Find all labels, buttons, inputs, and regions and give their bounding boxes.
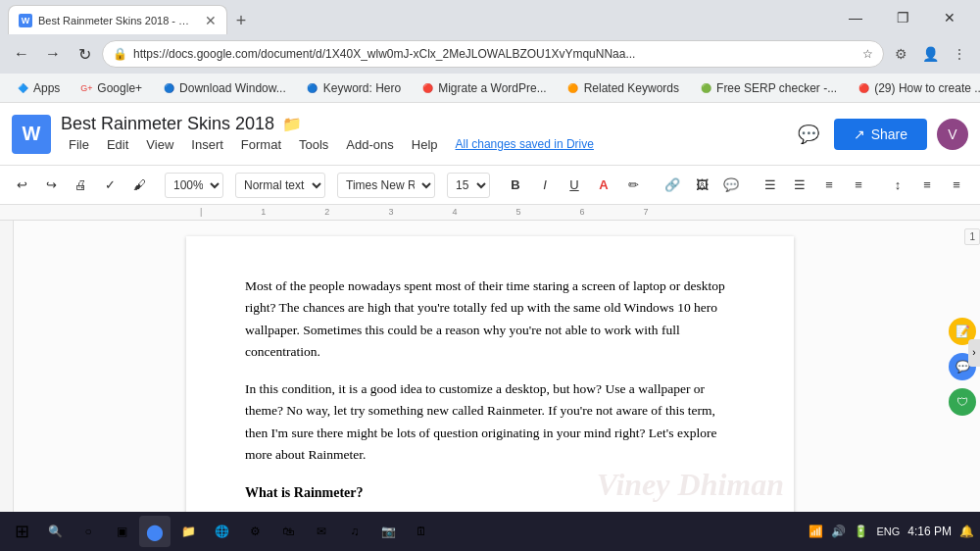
image-button[interactable]: 🖼 [688, 172, 715, 199]
document-title[interactable]: Best Rainmeter Skins 2018 [61, 114, 274, 134]
minimize-button[interactable]: — [833, 0, 878, 34]
unordered-list-button[interactable]: ≡ [913, 172, 941, 199]
taskbar-explorer[interactable]: 📁 [172, 516, 204, 547]
undo-button[interactable]: ↩ [8, 172, 35, 199]
ruler: | 1 2 3 4 5 6 7 [0, 205, 980, 221]
zoom-selector[interactable]: 100% 75% 125% 150% [165, 173, 223, 198]
menu-view[interactable]: View [138, 134, 181, 155]
bookmark-apps-label: Apps [33, 81, 60, 95]
window-controls: — ❐ ✕ [833, 0, 972, 34]
address-bar[interactable]: 🔒 https://docs.google.com/document/d/1X4… [102, 40, 884, 68]
bookmark-keyword[interactable]: 🔵 Keyword: Hero [298, 78, 409, 98]
menu-tools[interactable]: Tools [291, 134, 336, 155]
taskbar-taskview[interactable]: ▣ [106, 516, 137, 547]
spell-check-button[interactable]: ✓ [96, 172, 123, 199]
active-tab[interactable]: W Best Rainmeter Skins 2018 - Goo... ✕ [8, 5, 227, 34]
tab-close-button[interactable]: ✕ [205, 13, 217, 28]
folder-icon[interactable]: 📁 [282, 115, 302, 133]
menu-insert[interactable]: Insert [183, 134, 231, 155]
share-button[interactable]: ↗ Share [834, 119, 927, 150]
tab-favicon: W [19, 14, 32, 27]
bookmark-migrate[interactable]: 🔴 Migrate a WordPre... [413, 78, 554, 98]
address-text: https://docs.google.com/document/d/1X40X… [133, 47, 857, 61]
menu-file[interactable]: File [61, 134, 97, 155]
taskbar-cortana[interactable]: ○ [73, 516, 104, 547]
ordered-list-button[interactable]: ≡ [943, 172, 970, 199]
taskbar-network-icon[interactable]: 📶 [808, 525, 823, 538]
star-icon[interactable]: ☆ [862, 47, 873, 61]
bookmark-related[interactable]: 🟠 Related Keywords [559, 78, 687, 98]
menu-help[interactable]: Help [404, 134, 446, 155]
back-button[interactable]: ← [8, 40, 35, 68]
docs-header: W Best Rainmeter Skins 2018 📁 File Edit … [0, 103, 980, 166]
taskbar-language[interactable]: ENG [876, 526, 900, 537]
align-justify-button[interactable]: ≡ [845, 172, 872, 199]
font-size-selector[interactable]: 15 891011 12141618 2436 [447, 173, 490, 198]
taskbar-mail[interactable]: ✉ [306, 516, 337, 547]
docs-actions: 💬 ↗ Share V [793, 119, 968, 150]
taskbar-battery-icon[interactable]: 🔋 [854, 525, 868, 538]
lock-icon: 🔒 [113, 47, 127, 61]
line-spacing-button[interactable]: ↕ [884, 172, 911, 199]
bookmark-serp[interactable]: 🟢 Free SERP checker -... [691, 78, 845, 98]
highlight-button[interactable]: ✏ [619, 172, 647, 199]
taskbar-chrome[interactable]: ⬤ [139, 516, 171, 547]
taskbar-notification[interactable]: 🔔 [959, 525, 974, 538]
font-selector[interactable]: Times New Roman Arial Verdana [337, 173, 435, 198]
bookmark-serp-label: Free SERP checker -... [716, 81, 837, 95]
align-center-button[interactable]: ☰ [786, 172, 813, 199]
new-tab-button[interactable]: + [227, 7, 255, 34]
taskbar-right: 📶 🔊 🔋 ENG 4:16 PM 🔔 [808, 525, 974, 538]
keyword-icon: 🔵 [306, 81, 319, 95]
taskbar-edge[interactable]: 🌐 [206, 516, 237, 547]
profile-button[interactable]: 👤 [917, 41, 943, 67]
taskbar-volume-icon[interactable]: 🔊 [831, 525, 846, 538]
redo-button[interactable]: ↪ [37, 172, 65, 199]
taskbar-extra2[interactable]: 🗓 [406, 516, 437, 547]
bookmark-howto[interactable]: 🔴 (29) How to create ... [849, 78, 980, 98]
comment-button[interactable]: 💬 [793, 119, 824, 150]
taskbar-groove[interactable]: ♫ [339, 516, 370, 547]
menu-edit[interactable]: Edit [99, 134, 136, 155]
taskbar-extra1[interactable]: 📷 [372, 516, 404, 547]
bookmark-download[interactable]: 🔵 Download Window... [154, 78, 294, 98]
link-button[interactable]: 🔗 [659, 172, 686, 199]
paragraph-2[interactable]: In this condition, it is a good idea to … [245, 378, 735, 466]
user-avatar[interactable]: V [937, 119, 968, 150]
migrate-icon: 🔴 [420, 81, 434, 95]
style-selector[interactable]: Normal text Heading 1 Heading 2 Heading … [235, 173, 325, 198]
decrease-indent-button[interactable]: ⇐ [972, 172, 980, 199]
comment-toolbar-button[interactable]: 💬 [717, 172, 745, 199]
extensions-button[interactable]: ⚙ [888, 41, 913, 67]
document-page[interactable]: Most of the people nowadays spent most o… [186, 236, 794, 512]
italic-button[interactable]: I [531, 172, 559, 199]
close-button[interactable]: ✕ [927, 0, 972, 34]
menu-button[interactable]: ⋮ [947, 41, 972, 67]
document-content[interactable]: Most of the people nowadays spent most o… [245, 276, 735, 512]
bookmark-googleplus[interactable]: G+ Google+ [72, 78, 150, 98]
underline-button[interactable]: U [561, 172, 588, 199]
paint-format-button[interactable]: 🖌 [125, 172, 153, 199]
maximize-button[interactable]: ❐ [880, 0, 925, 34]
heading-1[interactable]: What is Rainmeter? [245, 481, 735, 504]
align-right-button[interactable]: ≡ [815, 172, 843, 199]
menu-addons[interactable]: Add-ons [338, 134, 401, 155]
save-status[interactable]: All changes saved in Drive [456, 137, 594, 151]
bookmark-apps[interactable]: 🔷 Apps [8, 78, 68, 98]
text-color-button[interactable]: A [590, 172, 617, 199]
bold-button[interactable]: B [502, 172, 529, 199]
shield-tool-button[interactable]: 🛡 [949, 388, 976, 416]
taskbar-search[interactable]: 🔍 [39, 516, 71, 547]
bookmark-howto-label: (29) How to create ... [874, 81, 980, 95]
print-button[interactable]: 🖨 [67, 172, 94, 199]
expand-button[interactable]: › [968, 339, 980, 367]
share-label: Share [871, 126, 907, 142]
refresh-button[interactable]: ↻ [71, 40, 98, 68]
forward-button[interactable]: → [39, 40, 67, 68]
start-button[interactable]: ⊞ [6, 516, 37, 547]
align-left-button[interactable]: ☰ [757, 172, 784, 199]
menu-format[interactable]: Format [233, 134, 289, 155]
paragraph-1[interactable]: Most of the people nowadays spent most o… [245, 276, 735, 363]
taskbar-store[interactable]: 🛍 [272, 516, 304, 547]
taskbar-settings[interactable]: ⚙ [239, 516, 270, 547]
